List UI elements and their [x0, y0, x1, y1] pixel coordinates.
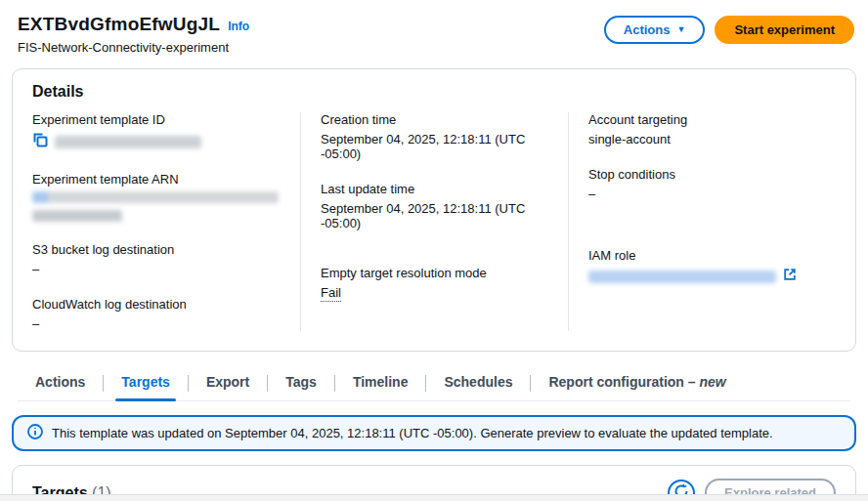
field-account-targeting: Account targeting single-account: [588, 112, 818, 146]
header-buttons: Actions ▼ Start experiment: [604, 14, 854, 44]
field-empty-target-resolution-mode: Empty target resolution mode Fail: [321, 266, 550, 302]
empty-target-mode-trigger[interactable]: Fail: [321, 285, 341, 302]
tab-actions[interactable]: Actions: [18, 365, 103, 400]
field-iam-role: IAM role: [588, 248, 818, 285]
tab-targets[interactable]: Targets: [104, 365, 188, 400]
details-column-3: Account targeting single-account Stop co…: [568, 112, 836, 331]
info-circle-icon: [27, 424, 43, 442]
field-cloudwatch-log-destination: CloudWatch log destination –: [32, 297, 282, 331]
redacted-template-arn-line1: [32, 191, 279, 203]
tab-export[interactable]: Export: [189, 365, 267, 400]
tab-report-configuration[interactable]: Report configuration – new: [531, 365, 743, 400]
caret-down-icon: ▼: [676, 25, 685, 34]
page-title: EXTBvdGfmoEfwUgJL: [18, 14, 220, 35]
page-header-left: EXTBvdGfmoEfwUgJL Info FIS-Network-Conne…: [18, 14, 249, 55]
start-experiment-button[interactable]: Start experiment: [715, 16, 854, 44]
external-link-icon: [783, 268, 797, 285]
copy-icon[interactable]: [32, 132, 48, 151]
info-link[interactable]: Info: [228, 20, 249, 33]
redacted-template-arn-line2: [32, 210, 122, 222]
info-alert: This template was updated on September 0…: [12, 415, 856, 451]
field-experiment-template-arn: Experiment template ARN: [32, 172, 282, 222]
tab-bar: Actions Targets Export Tags Timeline Sch…: [18, 365, 850, 401]
field-stop-conditions: Stop conditions –: [588, 167, 818, 201]
details-heading: Details: [13, 69, 855, 110]
redacted-template-id: [55, 136, 201, 148]
page-subtitle: FIS-Network-Connectivity-experiment: [18, 40, 249, 55]
actions-button[interactable]: Actions ▼: [604, 16, 706, 44]
alert-message: This template was updated on September 0…: [52, 426, 773, 440]
tab-timeline[interactable]: Timeline: [335, 365, 426, 400]
tab-schedules[interactable]: Schedules: [426, 365, 530, 400]
page-header: EXTBvdGfmoEfwUgJL Info FIS-Network-Conne…: [0, 0, 868, 55]
tab-tags[interactable]: Tags: [268, 365, 334, 400]
redacted-iam-role: [588, 271, 776, 283]
details-column-1: Experiment template ID Experiment templa…: [32, 112, 300, 331]
field-experiment-template-id: Experiment template ID: [32, 112, 282, 151]
details-column-2: Creation time September 04, 2025, 12:18:…: [300, 112, 568, 331]
field-creation-time: Creation time September 04, 2025, 12:18:…: [321, 112, 550, 161]
details-panel: Details Experiment template ID Experimen…: [12, 68, 856, 352]
viewport-bottom-strip: [0, 494, 868, 501]
field-s3-log-destination: S3 bucket log destination –: [32, 242, 282, 276]
iam-role-link[interactable]: [588, 268, 818, 285]
field-last-update-time: Last update time September 04, 2025, 12:…: [321, 182, 550, 230]
